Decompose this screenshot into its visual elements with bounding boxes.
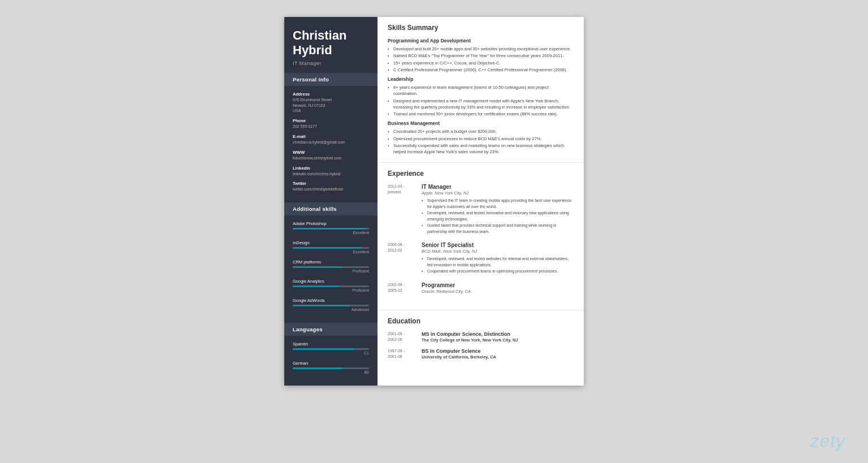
education-items: 2001-09 -2002-06 MS in Computer Science,… [388,331,574,360]
skill-bar-bg [293,247,369,249]
exp-dates: 2012-03 -present [388,184,422,235]
bullet-item: 8+ years experience in team management (… [388,84,574,97]
skill-name: Adobe Photoshop [293,221,369,226]
address-line1: 970 Drummond Street [293,97,369,103]
skill-item: Google AdWords Advanced [293,298,369,311]
lang-name: Spanish [293,341,369,347]
lang-bar-fill [293,348,354,350]
lang-name: German [293,361,369,366]
lang-level: B2 [293,370,369,374]
exp-job-title: Senior IT Specialist [422,242,574,248]
bullet-item: Designed and implemented a new IT manage… [388,98,574,111]
skill-level: Proficient [293,269,369,273]
linkedin-value: linkedin.com/in/chris-hybrid [293,171,369,177]
business-bullets: Coordinated 20+ projects with a budget o… [388,128,574,155]
exp-details: IT Manager Apple, New York City, NJ Supe… [422,184,574,235]
exp-bullet: Cooperated with procurement teams in opt… [422,269,574,275]
education-item: 1997-09 -2001-06 BS in Computer Science … [388,348,574,360]
linkedin-label: LinkedIn [293,166,369,171]
skills-summary-section: Skills Summary Programming and App Devel… [377,17,584,163]
edu-dates: 1997-09 -2001-06 [388,348,422,360]
experience-item: 2002-09 -2005-12 Programmer Oracle, Redw… [388,282,574,296]
exp-company: Apple, New York City, NJ [422,191,574,196]
exp-bullet: Developed, reviewed, and tested innovati… [422,210,574,222]
skill-level: Excellent [293,231,369,235]
exp-company: BCD M&E, New York City, NJ [422,249,574,254]
skill-item: Google Analytics Proficient [293,279,369,292]
last-name: Hybrid [293,43,369,58]
skill-bar-fill [293,305,350,306]
language-item: Spanish C1 [293,341,369,355]
languages-section: Spanish C1 German B2 [284,336,377,386]
phone-label: Phone [293,118,369,123]
address-line2: Newark, NJ 07102 [293,103,369,109]
exp-job-title: IT Manager [422,184,574,190]
bullet-item: 15+ years experience in C/C++, Cocoa, an… [388,60,574,66]
skill-bar-bg [293,305,369,306]
lang-bar-fill [293,367,342,369]
personal-info-title: Personal Info [284,73,377,86]
exp-details: Senior IT Specialist BCD M&E, New York C… [422,242,574,275]
sidebar: Christian Hybrid IT Manager Personal Inf… [284,17,377,386]
twitter-value: twitter.com/chrishybridofficial [293,187,369,192]
edu-details: MS in Computer Science, Distinction The … [422,331,574,343]
exp-dates: 2006-08 -2012-02 [388,242,422,275]
skill-item: Adobe Photoshop Excellent [293,221,369,235]
personal-info-section: Address 970 Drummond Street Newark, NJ 0… [284,86,377,202]
skill-bar-bg [293,228,369,230]
lang-bar-bg [293,367,369,369]
exp-bullet: Guided talent that provides technical su… [422,223,574,235]
phone-value: 202 555 0177 [293,124,369,129]
experience-title: Experience [388,170,574,179]
www-value: futureisnow.chrishybrid.com [293,155,369,161]
skill-level: Advanced [293,308,369,311]
edu-details: BS in Computer Science University of Cal… [422,348,574,360]
skill-bar-fill [293,247,362,249]
main-content: Skills Summary Programming and App Devel… [377,17,584,386]
business-title: Business Management [388,120,574,126]
email-value: christian.w.hybrid@gmail.com [293,140,369,145]
skill-item: CRM platforms Proficient [293,259,369,273]
skill-name: CRM platforms [293,259,369,265]
languages-title: Languages [284,323,377,336]
www-label: WWW [293,150,369,155]
experience-item: 2012-03 -present IT Manager Apple, New Y… [388,184,574,235]
bullet-item: Successfully cooperated with sales and m… [388,142,574,155]
edu-dates: 2001-09 -2002-06 [388,331,422,343]
language-item: German B2 [293,361,369,374]
edu-school: University of California, Berkeley, CA [422,354,574,360]
edu-school: The City College of New York, New York C… [422,337,574,343]
bullet-item: Optimized procurement processes to reduc… [388,136,574,142]
skill-bar-fill [293,285,338,287]
experience-item: 2006-08 -2012-02 Senior IT Specialist BC… [388,242,574,275]
job-title: IT Manager [293,60,369,66]
exp-dates: 2002-09 -2005-12 [388,282,422,296]
bullet-item: Coordinated 20+ projects with a budget o… [388,128,574,135]
email-item: E-mail christian.w.hybrid@gmail.com [293,134,369,145]
programming-bullets: Developed and built 20+ mobile apps and … [388,46,574,73]
exp-bullet: Supervised the IT team in creating mobil… [422,198,574,210]
leadership-bullets: 8+ years experience in team management (… [388,84,574,117]
skill-level: Proficient [293,288,369,292]
lang-level: C1 [293,351,369,355]
skill-bar-bg [293,266,369,268]
phone-item: Phone 202 555 0177 [293,118,369,129]
email-label: E-mail [293,134,369,139]
bullet-item: Named BCD M&E's "Top Programmer of The Y… [388,53,574,59]
sidebar-header: Christian Hybrid IT Manager [284,17,377,73]
skill-item: InDesign Excellent [293,240,369,254]
edu-degree: MS in Computer Science, Distinction [422,331,574,337]
edu-degree: BS in Computer Science [422,348,574,354]
education-item: 2001-09 -2002-06 MS in Computer Science,… [388,331,574,343]
address-item: Address 970 Drummond Street Newark, NJ 0… [293,92,369,114]
experience-section: Experience 2012-03 -present IT Manager A… [377,163,584,310]
lang-bar-bg [293,348,369,350]
bullet-item: Trained and mentored 50+ junior develope… [388,111,574,117]
watermark: zety [810,431,845,452]
exp-bullet: Developed, reviewed, and tested websites… [422,256,574,268]
education-title: Education [388,317,574,327]
leadership-title: Leadership [388,76,574,82]
skill-bar-bg [293,285,369,287]
skill-bar-fill [293,266,342,268]
experience-items: 2012-03 -present IT Manager Apple, New Y… [388,184,574,296]
